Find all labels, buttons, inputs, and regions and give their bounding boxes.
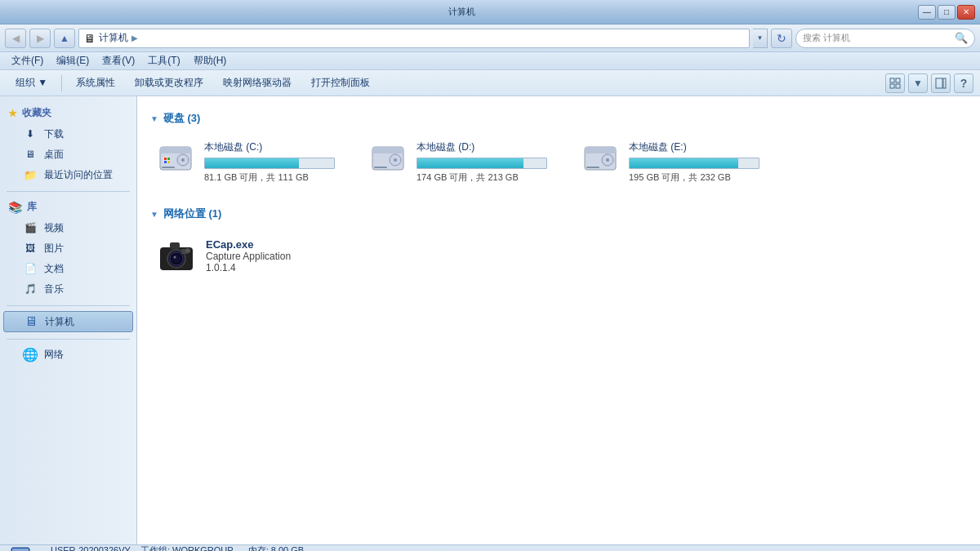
sidebar-library-section: 📚 库 🎬 视频 🖼 图片 📄 文档 🎵 音乐 [0, 197, 136, 299]
sidebar-item-computer[interactable]: 🖥 计算机 [3, 311, 133, 332]
view-toggle-button[interactable] [885, 73, 905, 93]
organize-button[interactable]: 组织 ▼ [7, 73, 56, 94]
title-bar-controls: — □ ✕ [918, 5, 975, 20]
disk-e-icon [581, 140, 621, 176]
sidebar-computer-section: 🖥 计算机 [0, 311, 136, 332]
sidebar-favorites-section: ★ 收藏夹 ⬇ 下载 🖥 桌面 📁 最近访问的位置 [0, 103, 136, 184]
back-button[interactable]: ◀ [5, 29, 26, 48]
sidebar-item-documents-label: 文档 [44, 262, 64, 276]
sidebar-item-downloads-label: 下载 [44, 127, 64, 141]
menu-tools[interactable]: 工具(T) [141, 52, 186, 69]
sidebar-item-desktop[interactable]: 🖥 桌面 [3, 144, 133, 164]
hard-disks-section-label: 硬盘 (3) [163, 111, 201, 126]
disk-d-label: 本地磁盘 (D:) [416, 140, 552, 154]
address-path-segment[interactable]: 计算机 [99, 31, 128, 45]
address-dropdown-button[interactable]: ▼ [753, 29, 768, 48]
search-placeholder: 搜索 计算机 [803, 32, 951, 44]
disk-c-stats: 81.1 GB 可用，共 111 GB [204, 171, 340, 184]
refresh-button[interactable]: ↻ [771, 29, 792, 48]
svg-point-14 [181, 158, 185, 162]
network-icon: 🌐 [23, 347, 38, 362]
video-icon: 🎬 [23, 220, 38, 235]
menu-view[interactable]: 查看(V) [96, 52, 141, 69]
forward-button[interactable]: ▶ [29, 29, 51, 48]
sidebar-item-desktop-label: 桌面 [44, 148, 64, 162]
menu-edit[interactable]: 编辑(E) [50, 52, 96, 69]
disk-item-c[interactable]: 本地磁盘 (C:) 81.1 GB 可用，共 111 GB [150, 134, 346, 190]
network-location-item[interactable]: ECap.exe Capture Application 1.0.1.4 [150, 229, 967, 282]
uninstall-button[interactable]: 卸载或更改程序 [126, 73, 212, 94]
sidebar-item-pictures[interactable]: 🖼 图片 [3, 238, 133, 258]
view-dropdown-button[interactable]: ▼ [908, 73, 928, 93]
svg-point-33 [185, 248, 190, 253]
svg-rect-7 [160, 147, 191, 153]
svg-rect-17 [372, 147, 403, 153]
main-area: ★ 收藏夹 ⬇ 下载 🖥 桌面 📁 最近访问的位置 📚 库 [0, 96, 980, 544]
network-section-header: ▼ 网络位置 (1) [150, 207, 967, 221]
toolbar-separator-1 [61, 75, 62, 91]
pictures-icon: 🖼 [23, 241, 38, 256]
help-button[interactable]: ? [954, 73, 973, 93]
minimize-button[interactable]: — [918, 5, 936, 20]
recent-icon: 📁 [23, 167, 38, 182]
disks-grid: 本地磁盘 (C:) 81.1 GB 可用，共 111 GB [150, 134, 967, 190]
svg-rect-4 [936, 78, 942, 88]
network-collapse-icon[interactable]: ▼ [150, 210, 158, 219]
library-icon: 📚 [8, 201, 22, 214]
svg-rect-1 [896, 78, 900, 82]
music-icon: 🎵 [23, 282, 38, 296]
hard-disks-collapse-icon[interactable]: ▼ [150, 114, 158, 123]
svg-rect-20 [374, 167, 387, 168]
workgroup: 工作组: WORKGROUP [140, 545, 233, 551]
sidebar-library-header[interactable]: 📚 库 [0, 197, 136, 217]
sidebar-divider-2 [7, 305, 130, 306]
svg-point-24 [606, 158, 609, 162]
svg-rect-0 [890, 78, 894, 82]
address-expand-arrow[interactable]: ▶ [131, 33, 138, 42]
menu-file[interactable]: 文件(F) [5, 52, 50, 69]
svg-rect-12 [167, 161, 170, 163]
menu-bar: 文件(F) 编辑(E) 查看(V) 工具(T) 帮助(H) [0, 52, 980, 70]
svg-rect-5 [943, 78, 946, 88]
svg-rect-2 [890, 84, 894, 88]
sidebar-item-network[interactable]: 🌐 网络 [3, 344, 133, 364]
computer-address-icon: 🖥 [84, 32, 96, 45]
close-button[interactable]: ✕ [957, 5, 975, 20]
downloads-icon: ⬇ [23, 127, 38, 141]
title-bar-text: 计算机 [5, 6, 918, 18]
open-control-panel-button[interactable]: 打开控制面板 [302, 73, 379, 94]
svg-rect-35 [12, 549, 29, 552]
sidebar-library-label: 库 [27, 200, 37, 214]
disk-c-label: 本地磁盘 (C:) [204, 140, 340, 154]
preview-pane-button[interactable] [931, 73, 951, 93]
up-button[interactable]: ▲ [54, 29, 75, 48]
sidebar-favorites-header[interactable]: ★ 收藏夹 [0, 103, 136, 123]
system-props-button[interactable]: 系统属性 [67, 73, 124, 94]
sidebar-item-recent[interactable]: 📁 最近访问的位置 [3, 165, 133, 184]
disk-e-bar-container [629, 158, 760, 169]
search-area: 搜索 计算机 🔍 [795, 29, 975, 48]
sidebar: ★ 收藏夹 ⬇ 下载 🖥 桌面 📁 最近访问的位置 📚 库 [0, 96, 137, 544]
menu-help[interactable]: 帮助(H) [187, 52, 234, 69]
toolbar-right: ▼ ? [885, 73, 973, 93]
sidebar-item-video[interactable]: 🎬 视频 [3, 218, 133, 238]
svg-rect-25 [586, 167, 599, 168]
search-icon[interactable]: 🔍 [955, 32, 968, 44]
disk-c-bar-fill [205, 158, 299, 168]
sidebar-item-recent-label: 最近访问的位置 [44, 168, 113, 182]
disk-e-info: 本地磁盘 (E:) 195 GB 可用，共 232 GB [629, 140, 764, 184]
disk-d-bar-fill [417, 158, 523, 168]
svg-rect-15 [162, 167, 175, 168]
sidebar-item-downloads[interactable]: ⬇ 下载 [3, 124, 133, 144]
ecap-icon [157, 236, 196, 275]
sidebar-item-music[interactable]: 🎵 音乐 [3, 279, 133, 299]
maximize-button[interactable]: □ [938, 5, 956, 20]
sidebar-item-video-label: 视频 [44, 221, 64, 235]
map-drive-button[interactable]: 映射网络驱动器 [214, 73, 301, 94]
status-info: USER-20200326VY 工作组: WORKGROUP 内存: 8.00 … [51, 544, 304, 551]
disk-item-e[interactable]: 本地磁盘 (E:) 195 GB 可用，共 232 GB [575, 134, 771, 190]
sidebar-item-network-label: 网络 [44, 348, 64, 362]
network-item-desc: Capture Application [206, 251, 291, 262]
sidebar-item-documents[interactable]: 📄 文档 [3, 259, 133, 278]
disk-item-d[interactable]: 本地磁盘 (D:) 174 GB 可用，共 213 GB [363, 134, 559, 190]
